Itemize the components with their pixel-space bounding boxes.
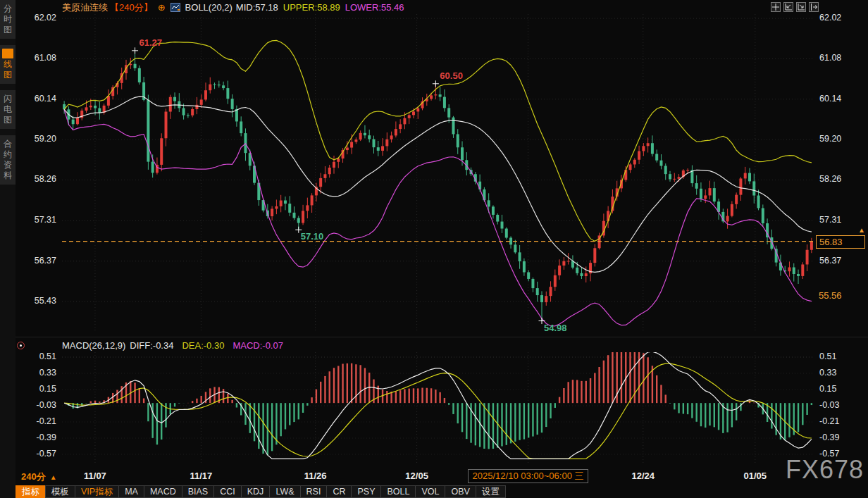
toolbar-button-settings[interactable]: 设置 xyxy=(476,485,506,498)
toolbar-button-macd[interactable]: MACD xyxy=(144,485,182,498)
macd-pane-icon[interactable] xyxy=(17,342,25,349)
price-tick-label: 62.02 xyxy=(16,13,56,23)
toolbar-button-cr[interactable]: CR xyxy=(326,485,352,498)
sidebar-tab-flash-chart[interactable]: 闪电图 xyxy=(0,90,16,129)
chart-type-icon[interactable] xyxy=(170,3,180,12)
range-right-icon[interactable] xyxy=(796,2,806,12)
macd-tick-label: 0.15 xyxy=(16,384,56,394)
chart-main: 美原油连续 【240分】 ⊕ BOLL(20,2) MID:57.18 UPPE… xyxy=(16,0,868,498)
dropup-icon: ▲ xyxy=(50,473,57,481)
price-tick-label: 60.14 xyxy=(16,94,56,104)
macd-tick-label: -0.57 xyxy=(16,449,56,459)
sidebar: 分时图K线图闪电图合约资料 xyxy=(0,0,16,498)
macd-macd-value: MACD:-0.07 xyxy=(232,340,283,351)
toolbar-button-kdj[interactable]: KDJ xyxy=(241,485,271,498)
price-up-arrow-icon: ▲ xyxy=(858,227,865,234)
price-tick-label: 57.31 xyxy=(819,215,863,225)
selected-date-label: 2025/12/10 03:00~06:00 三 xyxy=(468,469,589,483)
period-selector[interactable]: 240分▲ xyxy=(21,471,57,483)
sidebar-tab-contract-info[interactable]: 合约资料 xyxy=(0,135,16,185)
panel-shift-icon[interactable] xyxy=(809,2,819,12)
price-tick-label: 56.37 xyxy=(16,256,56,266)
session-low-label: 55.56 xyxy=(816,290,860,301)
chart-header: 美原油连续 【240分】 ⊕ BOLL(20,2) MID:57.18 UPPE… xyxy=(62,1,404,13)
range-left-icon[interactable] xyxy=(783,2,793,12)
toolbar-button-lwr[interactable]: LW& xyxy=(269,485,300,498)
add-indicator-icon[interactable]: ⊕ xyxy=(158,3,166,12)
macd-tick-label: -0.39 xyxy=(819,432,863,443)
indicator-toolbar: 指标模板VIP指标MAMACDBIASCCIKDJLW&RSICRPSYBOLL… xyxy=(16,485,505,498)
price-tick-label: 57.31 xyxy=(16,215,56,225)
current-price-label: 56.83 xyxy=(816,235,865,249)
date-label: 12/24 xyxy=(632,471,655,481)
toolbar-button-vol[interactable]: VOL xyxy=(415,485,445,498)
macd-chart[interactable] xyxy=(62,352,814,463)
date-label: 01/05 xyxy=(743,471,767,481)
price-annotation: 54.98 xyxy=(544,323,567,333)
price-annotation: 57.10 xyxy=(301,231,324,242)
date-label: 11/07 xyxy=(84,471,106,481)
macd-tick-label: -0.03 xyxy=(16,400,56,411)
boll-upper-value: UPPER:58.89 xyxy=(283,2,340,13)
macd-tick-label: -0.21 xyxy=(819,416,863,427)
symbol-title: 美原油连续 xyxy=(62,1,108,14)
window-buttons xyxy=(771,2,819,12)
watermark: FX678 xyxy=(786,455,864,485)
toolbar-button-obv[interactable]: OBV xyxy=(445,485,476,498)
macd-tick-label: 0.33 xyxy=(16,368,56,378)
pan-icon[interactable] xyxy=(771,2,781,12)
sidebar-tab-kline-chart[interactable]: K线图 xyxy=(0,45,16,84)
price-tick-label: 61.08 xyxy=(16,53,56,63)
price-tick-label: 58.26 xyxy=(16,174,56,185)
macd-dea-value: DEA:-0.30 xyxy=(182,340,224,351)
boll-mid-value: MID:57.18 xyxy=(236,2,278,13)
date-axis: 240分▲ 2025/12/10 03:00~06:00 三 11/0711/1… xyxy=(16,468,868,485)
date-label: 11/26 xyxy=(304,471,327,481)
price-tick-label: 61.08 xyxy=(819,53,863,63)
macd-tick-label: 0.51 xyxy=(819,351,863,362)
macd-tick-label: -0.21 xyxy=(16,416,56,427)
price-annotation: 60.50 xyxy=(440,70,463,81)
price-tick-label: 59.20 xyxy=(16,134,56,144)
macd-tick-label: -0.03 xyxy=(819,400,863,411)
toolbar-button-template[interactable]: 模板 xyxy=(45,485,75,498)
price-tick-label: 59.20 xyxy=(819,134,863,144)
toolbar-button-boll[interactable]: BOLL xyxy=(380,485,416,498)
toolbar-button-vip-indicator[interactable]: VIP指标 xyxy=(75,485,119,498)
price-tick-label: 56.37 xyxy=(819,256,863,266)
macd-title: MACD(26,12,9) xyxy=(62,340,125,351)
boll-lower-value: LOWER:55.46 xyxy=(345,2,404,13)
toolbar-button-indicator[interactable]: 指标 xyxy=(16,485,46,498)
toolbar-button-bias[interactable]: BIAS xyxy=(182,485,215,498)
sidebar-tab-time-chart[interactable]: 分时图 xyxy=(0,0,16,39)
macd-tick-label: 0.33 xyxy=(819,368,863,378)
date-label: 12/05 xyxy=(405,471,428,481)
candlestick-chart[interactable] xyxy=(62,14,814,331)
macd-tick-label: 0.51 xyxy=(16,351,56,362)
date-label: 11/17 xyxy=(190,471,212,481)
period-label: 【240分】 xyxy=(110,1,153,14)
price-tick-label: 62.02 xyxy=(819,13,863,23)
price-tick-label: 58.26 xyxy=(819,174,863,185)
pane-divider xyxy=(16,337,868,337)
price-tick-label: 60.14 xyxy=(819,94,863,104)
boll-label: BOLL(20,2) xyxy=(185,2,232,13)
price-annotation: 61.27 xyxy=(140,37,163,48)
toolbar-button-ma[interactable]: MA xyxy=(118,485,144,498)
macd-tick-label: 0.15 xyxy=(819,384,863,394)
toolbar-button-rsi[interactable]: RSI xyxy=(300,485,328,498)
price-tick-label: 55.43 xyxy=(16,296,56,306)
macd-diff-value: DIFF:-0.34 xyxy=(130,340,173,351)
toolbar-button-psy[interactable]: PSY xyxy=(351,485,381,498)
macd-tick-label: -0.39 xyxy=(16,432,56,443)
macd-header: MACD(26,12,9) DIFF:-0.34 DEA:-0.30 MACD:… xyxy=(62,340,283,351)
toolbar-button-cci[interactable]: CCI xyxy=(213,485,242,498)
app-window: 分时图K线图闪电图合约资料 美原油连续 【240分】 ⊕ BOLL(20,2) … xyxy=(0,0,868,498)
